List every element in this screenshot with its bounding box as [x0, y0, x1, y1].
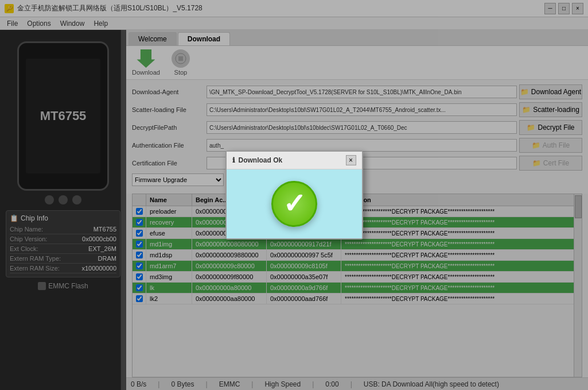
modal-body: ✓ [227, 169, 362, 238]
success-icon: ✓ [271, 181, 317, 227]
modal-info-icon: ℹ [232, 156, 235, 164]
modal-close-button[interactable]: × [346, 155, 356, 165]
modal-title: ℹ Download Ok [232, 156, 283, 164]
checkmark: ✓ [283, 190, 306, 218]
modal-title-bar: ℹ Download Ok × [227, 152, 362, 169]
modal-overlay: ℹ Download Ok × ✓ [0, 0, 588, 390]
download-ok-modal: ℹ Download Ok × ✓ [225, 150, 363, 240]
